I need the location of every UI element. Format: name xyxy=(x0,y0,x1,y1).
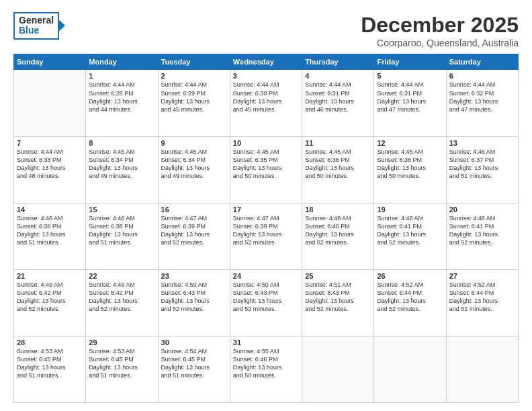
calendar-cell: 2Sunrise: 4:44 AM Sunset: 6:29 PM Daylig… xyxy=(158,70,230,136)
day-number: 11 xyxy=(305,139,371,147)
day-number: 23 xyxy=(161,272,227,280)
calendar-cell: 16Sunrise: 4:47 AM Sunset: 6:39 PM Dayli… xyxy=(158,203,230,269)
cell-text: Sunrise: 4:51 AM Sunset: 6:43 PM Dayligh… xyxy=(305,281,371,314)
day-number: 25 xyxy=(305,272,371,280)
cell-text: Sunrise: 4:44 AM Sunset: 6:32 PM Dayligh… xyxy=(449,81,515,113)
calendar-cell: 3Sunrise: 4:44 AM Sunset: 6:30 PM Daylig… xyxy=(230,70,302,136)
day-number: 14 xyxy=(17,205,83,214)
calendar-cell: 8Sunrise: 4:45 AM Sunset: 6:34 PM Daylig… xyxy=(86,136,158,203)
calendar-header-thursday: Thursday xyxy=(302,54,374,70)
cell-text: Sunrise: 4:44 AM Sunset: 6:31 PM Dayligh… xyxy=(305,81,371,113)
calendar-cell xyxy=(374,336,446,402)
day-number: 2 xyxy=(161,72,227,80)
calendar-table: SundayMondayTuesdayWednesdayThursdayFrid… xyxy=(13,54,519,403)
calendar-cell: 22Sunrise: 4:49 AM Sunset: 6:42 PM Dayli… xyxy=(86,269,158,336)
cell-text: Sunrise: 4:45 AM Sunset: 6:35 PM Dayligh… xyxy=(233,148,299,181)
cell-text: Sunrise: 4:44 AM Sunset: 6:29 PM Dayligh… xyxy=(161,81,227,113)
day-number: 17 xyxy=(233,205,299,214)
cell-text: Sunrise: 4:52 AM Sunset: 6:44 PM Dayligh… xyxy=(377,281,443,314)
cell-text: Sunrise: 4:54 AM Sunset: 6:45 PM Dayligh… xyxy=(161,347,227,380)
calendar-cell: 30Sunrise: 4:54 AM Sunset: 6:45 PM Dayli… xyxy=(158,336,230,402)
calendar-header-monday: Monday xyxy=(86,54,158,70)
header: General Blue December 2025 Coorparoo, Qu… xyxy=(13,12,519,48)
calendar-cell: 14Sunrise: 4:46 AM Sunset: 6:38 PM Dayli… xyxy=(14,203,86,269)
calendar-cell: 17Sunrise: 4:47 AM Sunset: 6:39 PM Dayli… xyxy=(230,203,302,269)
calendar-cell: 9Sunrise: 4:45 AM Sunset: 6:34 PM Daylig… xyxy=(158,136,230,203)
calendar-cell xyxy=(14,70,86,136)
calendar-cell: 24Sunrise: 4:50 AM Sunset: 6:43 PM Dayli… xyxy=(230,269,302,336)
calendar-cell: 26Sunrise: 4:52 AM Sunset: 6:44 PM Dayli… xyxy=(374,269,446,336)
cell-text: Sunrise: 4:50 AM Sunset: 6:43 PM Dayligh… xyxy=(161,281,227,314)
calendar-header-saturday: Saturday xyxy=(446,54,518,70)
day-number: 22 xyxy=(89,272,154,280)
logo-blue: Blue xyxy=(19,26,54,36)
calendar-cell: 19Sunrise: 4:48 AM Sunset: 6:41 PM Dayli… xyxy=(374,203,446,269)
calendar-cell: 15Sunrise: 4:46 AM Sunset: 6:38 PM Dayli… xyxy=(86,203,158,269)
calendar-cell: 28Sunrise: 4:53 AM Sunset: 6:45 PM Dayli… xyxy=(14,336,86,402)
calendar-cell: 29Sunrise: 4:53 AM Sunset: 6:45 PM Dayli… xyxy=(86,336,158,402)
cell-text: Sunrise: 4:48 AM Sunset: 6:41 PM Dayligh… xyxy=(449,214,515,247)
cell-text: Sunrise: 4:53 AM Sunset: 6:45 PM Dayligh… xyxy=(17,347,83,380)
day-number: 29 xyxy=(89,338,154,347)
cell-text: Sunrise: 4:47 AM Sunset: 6:39 PM Dayligh… xyxy=(233,214,299,247)
day-number: 6 xyxy=(449,72,515,80)
calendar-cell: 11Sunrise: 4:45 AM Sunset: 6:36 PM Dayli… xyxy=(302,136,374,203)
calendar-header-sunday: Sunday xyxy=(14,54,86,70)
day-number: 24 xyxy=(233,272,299,280)
cell-text: Sunrise: 4:45 AM Sunset: 6:34 PM Dayligh… xyxy=(161,148,227,181)
calendar-cell: 21Sunrise: 4:49 AM Sunset: 6:42 PM Dayli… xyxy=(14,269,86,336)
day-number: 5 xyxy=(377,72,443,80)
calendar-cell: 10Sunrise: 4:45 AM Sunset: 6:35 PM Dayli… xyxy=(230,136,302,203)
calendar-cell: 27Sunrise: 4:52 AM Sunset: 6:44 PM Dayli… xyxy=(446,269,518,336)
day-number: 9 xyxy=(161,139,227,147)
cell-text: Sunrise: 4:44 AM Sunset: 6:33 PM Dayligh… xyxy=(17,148,83,181)
cell-text: Sunrise: 4:49 AM Sunset: 6:42 PM Dayligh… xyxy=(89,281,154,314)
calendar-cell: 6Sunrise: 4:44 AM Sunset: 6:32 PM Daylig… xyxy=(446,70,518,136)
day-number: 10 xyxy=(233,139,299,147)
cell-text: Sunrise: 4:48 AM Sunset: 6:41 PM Dayligh… xyxy=(377,214,443,247)
day-number: 18 xyxy=(305,205,371,214)
calendar-cell: 12Sunrise: 4:45 AM Sunset: 6:36 PM Dayli… xyxy=(374,136,446,203)
cell-text: Sunrise: 4:46 AM Sunset: 6:38 PM Dayligh… xyxy=(17,214,83,247)
cell-text: Sunrise: 4:50 AM Sunset: 6:43 PM Dayligh… xyxy=(233,281,299,314)
day-number: 21 xyxy=(17,272,83,280)
page: General Blue December 2025 Coorparoo, Qu… xyxy=(0,0,532,411)
calendar-cell xyxy=(446,336,518,402)
day-number: 8 xyxy=(89,139,154,147)
cell-text: Sunrise: 4:45 AM Sunset: 6:36 PM Dayligh… xyxy=(377,148,443,181)
calendar-header-wednesday: Wednesday xyxy=(230,54,302,70)
logo-general: General xyxy=(19,15,54,26)
main-title: December 2025 xyxy=(361,12,519,38)
cell-text: Sunrise: 4:47 AM Sunset: 6:39 PM Dayligh… xyxy=(161,214,227,247)
cell-text: Sunrise: 4:44 AM Sunset: 6:28 PM Dayligh… xyxy=(89,81,154,113)
cell-text: Sunrise: 4:44 AM Sunset: 6:30 PM Dayligh… xyxy=(233,81,299,113)
cell-text: Sunrise: 4:53 AM Sunset: 6:45 PM Dayligh… xyxy=(89,347,154,380)
calendar-cell: 1Sunrise: 4:44 AM Sunset: 6:28 PM Daylig… xyxy=(86,70,158,136)
cell-text: Sunrise: 4:46 AM Sunset: 6:38 PM Dayligh… xyxy=(89,214,154,247)
calendar-cell: 18Sunrise: 4:48 AM Sunset: 6:40 PM Dayli… xyxy=(302,203,374,269)
day-number: 1 xyxy=(89,72,154,80)
calendar-header-friday: Friday xyxy=(374,54,446,70)
day-number: 26 xyxy=(377,272,443,280)
day-number: 27 xyxy=(449,272,515,280)
calendar-cell: 13Sunrise: 4:46 AM Sunset: 6:37 PM Dayli… xyxy=(446,136,518,203)
day-number: 3 xyxy=(233,72,299,80)
day-number: 31 xyxy=(233,338,299,347)
calendar-cell: 31Sunrise: 4:55 AM Sunset: 6:46 PM Dayli… xyxy=(230,336,302,402)
calendar-cell: 7Sunrise: 4:44 AM Sunset: 6:33 PM Daylig… xyxy=(14,136,86,203)
day-number: 28 xyxy=(17,338,83,347)
day-number: 16 xyxy=(161,205,227,214)
cell-text: Sunrise: 4:52 AM Sunset: 6:44 PM Dayligh… xyxy=(449,281,515,314)
cell-text: Sunrise: 4:48 AM Sunset: 6:40 PM Dayligh… xyxy=(305,214,371,247)
logo-arrow xyxy=(58,19,65,32)
cell-text: Sunrise: 4:49 AM Sunset: 6:42 PM Dayligh… xyxy=(17,281,83,314)
cell-text: Sunrise: 4:55 AM Sunset: 6:46 PM Dayligh… xyxy=(233,347,299,380)
day-number: 13 xyxy=(449,139,515,147)
calendar-cell xyxy=(302,336,374,402)
subtitle: Coorparoo, Queensland, Australia xyxy=(361,38,519,48)
day-number: 19 xyxy=(377,205,443,214)
day-number: 20 xyxy=(449,205,515,214)
calendar-cell: 4Sunrise: 4:44 AM Sunset: 6:31 PM Daylig… xyxy=(302,70,374,136)
cell-text: Sunrise: 4:45 AM Sunset: 6:36 PM Dayligh… xyxy=(305,148,371,181)
calendar-cell: 23Sunrise: 4:50 AM Sunset: 6:43 PM Dayli… xyxy=(158,269,230,336)
